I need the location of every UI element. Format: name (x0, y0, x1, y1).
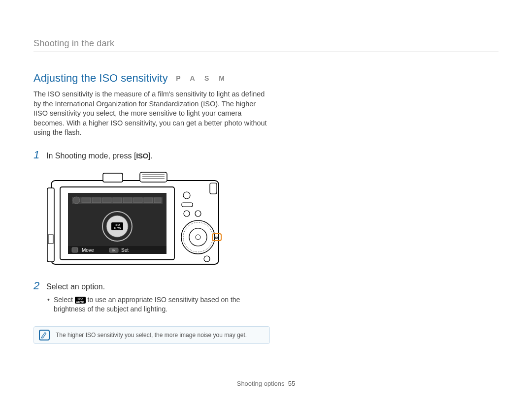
svg-point-31 (183, 192, 190, 199)
svg-rect-42 (210, 183, 217, 194)
svg-rect-1 (103, 173, 123, 182)
svg-rect-26 (72, 247, 78, 252)
section-title: Adjusting the ISO sensitivity (33, 72, 168, 84)
footer-page-number: 55 (288, 380, 295, 387)
step-1: 1 In Shooting mode, press [ISO]. (33, 149, 270, 269)
svg-text:AUTO: AUTO (114, 227, 121, 230)
note-box: The higher ISO sensitivity you select, t… (33, 326, 270, 344)
step-2: 2 Select an option. • Select ISOAUTO to … (33, 279, 270, 314)
step-text: In Shooting mode, press [ISO]. (46, 152, 153, 160)
step-text: Select an option. (46, 282, 105, 291)
svg-rect-12 (82, 198, 91, 203)
step-number: 2 (33, 279, 41, 292)
svg-point-33 (184, 211, 190, 216)
svg-point-38 (196, 235, 200, 240)
section-intro: The ISO sensitivity is the measure of a … (33, 90, 270, 138)
step-bullet: • Select ISOAUTO to use an appropriate I… (47, 295, 270, 314)
step-text-prefix: In Shooting mode, press [ (46, 152, 136, 160)
svg-point-11 (73, 197, 80, 204)
footer-label: Shooting options (237, 380, 285, 387)
svg-rect-32 (182, 203, 193, 207)
svg-text:Move: Move (82, 247, 94, 253)
section-heading-row: Adjusting the ISO sensitivity P A S M (33, 72, 270, 85)
svg-rect-14 (102, 198, 111, 203)
svg-rect-16 (123, 198, 132, 203)
iso-icon: ISO (136, 152, 148, 160)
svg-point-34 (195, 211, 201, 216)
svg-point-41 (204, 256, 210, 262)
bullet-prefix: Select (54, 296, 75, 304)
step-text-suffix: ]. (148, 152, 153, 160)
svg-text:ISO: ISO (115, 223, 120, 226)
svg-rect-19 (154, 198, 161, 203)
svg-rect-15 (113, 198, 122, 203)
svg-text:OK: OK (112, 249, 116, 252)
svg-rect-2 (140, 172, 167, 182)
mode-indicators: P A S M (176, 74, 229, 82)
note-icon (39, 330, 50, 340)
bullet-dot-icon: • (47, 295, 50, 314)
svg-text:Set: Set (121, 247, 129, 253)
note-text: The higher ISO sensitivity you select, t… (56, 332, 247, 339)
svg-rect-18 (144, 198, 153, 203)
iso-auto-icon: ISOAUTO (75, 297, 86, 304)
svg-rect-6 (47, 188, 54, 262)
svg-text:ISO: ISO (214, 236, 220, 239)
svg-rect-17 (133, 198, 142, 203)
page-footer: Shooting options 55 (0, 380, 532, 387)
svg-rect-13 (92, 198, 101, 203)
step-number: 1 (33, 149, 41, 161)
breadcrumb: Shooting in the dark (33, 38, 499, 52)
camera-illustration: ISO AUTO Move OK Set (46, 168, 270, 269)
